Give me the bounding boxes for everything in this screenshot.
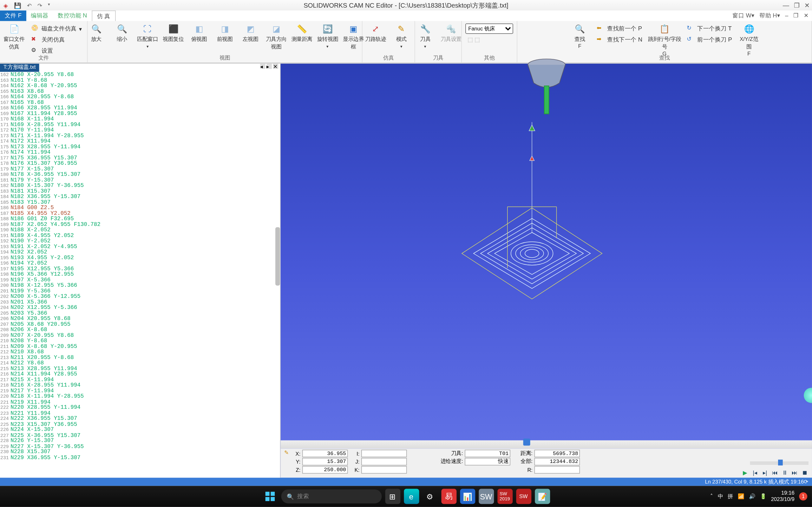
mdi-close-icon[interactable]: ✕ (804, 12, 809, 19)
find-next-n-button[interactable]: ➡查找下一个 N (595, 35, 645, 45)
cube-icon: ⬛ (167, 23, 179, 35)
code-pane[interactable]: ◂▸✕ T:方形端盖.txt 162N160 X-20.955 Y8.68163… (0, 64, 281, 478)
goto-line-button[interactable]: 📋跳到行号/字段号 G (647, 22, 682, 57)
zoom-in-icon: 🔍 (90, 23, 102, 35)
coord-r (535, 466, 580, 474)
netease-icon[interactable]: 易 (441, 489, 456, 504)
skip-fwd-icon[interactable]: ⏭ (791, 469, 799, 476)
close-icon[interactable]: ✕ (804, 2, 810, 9)
maximize-icon[interactable]: ❐ (794, 2, 800, 9)
menu-file[interactable]: 文件 F (0, 10, 26, 21)
doc-tab-close[interactable]: ✕ (273, 64, 278, 69)
prev-tool-button[interactable]: ↺前一个换刀 P (684, 35, 734, 45)
notifications-icon[interactable]: 1 (799, 493, 807, 501)
window-file-sim-button[interactable]: 📄 窗口文件仿真 (2, 22, 26, 51)
view-cube-widget[interactable] (804, 388, 812, 403)
arrow-left-icon: ⬅ (597, 24, 605, 33)
stop-icon[interactable]: ⏹ (801, 469, 809, 476)
search-icon: 🔍 (287, 493, 294, 499)
clock[interactable]: 19:16 2023/10/9 (771, 490, 795, 503)
battery-icon[interactable]: 🔋 (760, 493, 766, 499)
measure-button[interactable]: 📏测量距离 (290, 22, 314, 44)
view-reset-button[interactable]: ⬛视图复位 (161, 22, 186, 44)
top-view-button[interactable]: ◧俯视图 (187, 22, 211, 44)
undo-icon[interactable]: ↶ (27, 2, 32, 8)
notes-icon[interactable]: 📝 (535, 489, 550, 504)
mode-button[interactable]: ✎模式▾ (389, 22, 414, 50)
menu-nc[interactable]: 数控功能 N (53, 10, 92, 21)
step-back-icon[interactable]: |◂ (751, 469, 759, 476)
speed-slider[interactable] (750, 461, 809, 465)
edge-icon[interactable]: e (404, 489, 419, 504)
play-icon[interactable]: ▶ (741, 469, 749, 476)
coord-tool (465, 450, 510, 457)
cube-left-icon: ◩ (245, 23, 256, 35)
tray-chevron-icon[interactable]: ˄ (710, 493, 713, 499)
tool-settings-button[interactable]: 🔩刀具设置 (439, 22, 463, 44)
sim-slider[interactable] (281, 441, 812, 449)
svg-marker-4 (530, 156, 535, 161)
show-bounds-button[interactable]: ▣显示边界框 (341, 22, 365, 51)
group-tool-label: 刀具 (415, 54, 461, 62)
tool-dir-view-button[interactable]: ◪刀具方向视图 (264, 22, 288, 51)
mdi-min-icon[interactable]: – (785, 12, 788, 19)
sw-launcher-icon[interactable]: SW (478, 489, 494, 504)
rotate-icon: 🔄 (322, 23, 334, 35)
rotate-view-button[interactable]: 🔄旋转视图▾ (315, 22, 340, 50)
path-icon: ⤢ (370, 23, 382, 35)
zoom-in-button[interactable]: 🔍放大 (84, 22, 108, 44)
ime-lang[interactable]: 中 (718, 493, 723, 500)
taskbar-search[interactable]: 🔍搜索 (281, 489, 382, 503)
ime-pinyin[interactable]: 拼 (728, 493, 733, 500)
taskview-icon[interactable]: ⊞ (385, 489, 400, 504)
wifi-icon[interactable]: 📶 (738, 493, 744, 499)
settings-tb-icon[interactable]: ⚙ (422, 489, 438, 504)
tool-3d-icon (517, 57, 575, 115)
3d-viewport[interactable]: ✎ X: Y: Z: I: J: K: 刀具: 进给速度: 距离: 全部: (281, 64, 812, 478)
group-file-label: 文件 (0, 54, 87, 62)
save-icon[interactable]: 💾 (14, 2, 21, 8)
svg-point-11 (520, 247, 544, 260)
step-fwd-icon[interactable]: ▸| (761, 469, 769, 476)
menu-help[interactable]: 帮助 H▾ (759, 12, 780, 19)
search-button[interactable]: 🔍查找 F (567, 22, 592, 50)
xyz-range-button[interactable]: 🌐X/Y/Z范围 F (737, 22, 761, 57)
sim-slider-thumb[interactable] (523, 439, 530, 446)
doc-tab-next[interactable]: ▸ (266, 64, 272, 69)
start-icon[interactable] (262, 489, 277, 504)
mdi-max-icon[interactable]: ❐ (793, 12, 799, 19)
sw-app-icon[interactable]: SW (516, 489, 531, 504)
fit-window-button[interactable]: ⛶匹配窗口▾ (136, 22, 160, 50)
controller-select[interactable]: Fanuc 铣床 (465, 23, 513, 34)
next-tool-button[interactable]: ↻下一个换刀 T (684, 23, 734, 34)
doc-tab-prev[interactable]: ◂ (260, 64, 265, 69)
minimize-icon[interactable]: — (783, 2, 789, 9)
find-prev-p-button[interactable]: ⬅查找前一个 P (595, 23, 645, 34)
group-sim-label: 仿真 (362, 54, 415, 62)
left-view-button[interactable]: ◩左视图 (238, 22, 263, 44)
tool-button[interactable]: 🔧刀具▾ (413, 22, 438, 50)
redo-icon[interactable]: ↷ (38, 2, 42, 8)
disk-icon: 📀 (31, 24, 39, 33)
code-scrollbar[interactable] (275, 227, 280, 285)
toolpath-button[interactable]: ⤢刀路轨迹 (363, 22, 388, 44)
manager-icon[interactable]: 📊 (460, 489, 475, 504)
disk-file-sim-button[interactable]: 📀磁盘文件仿真 ▾ (29, 23, 84, 34)
file-tab[interactable]: T:方形端盖.txt (0, 64, 39, 72)
front-view-button[interactable]: ◨前视图 (212, 22, 237, 44)
skip-back-icon[interactable]: ⏮ (771, 469, 779, 476)
sw2019-icon[interactable]: SW2019 (497, 489, 512, 504)
volume-icon[interactable]: 🔊 (749, 493, 755, 499)
menu-window[interactable]: 窗口 W▾ (732, 12, 754, 19)
svg-marker-7 (488, 228, 576, 279)
tool-next-icon: ↻ (687, 24, 695, 33)
pause-icon[interactable]: ⏸ (781, 469, 789, 476)
dropdown-icon[interactable]: ▾ (48, 2, 50, 8)
menu-editor[interactable]: 编辑器 (26, 10, 53, 21)
code-editor[interactable]: 162N160 X-20.955 Y8.68163N161 Y-8.68164N… (0, 72, 280, 478)
close-sim-button[interactable]: ✖关闭仿真 (29, 35, 84, 45)
zoom-out-button[interactable]: 🔍缩小 (110, 22, 134, 44)
menu-sim[interactable]: 仿 真 (92, 10, 115, 21)
svg-rect-18 (270, 492, 274, 496)
svg-point-9 (511, 242, 553, 265)
